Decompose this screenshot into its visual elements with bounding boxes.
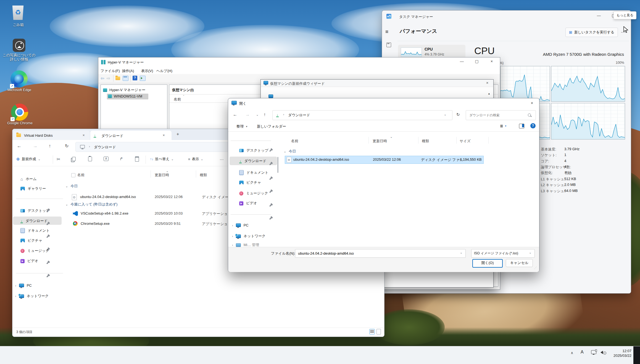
close-button[interactable]: × — [483, 81, 491, 85]
back-icon[interactable]: ⇦ — [101, 76, 104, 81]
view-mode-button[interactable]: ≣ ▼ — [500, 124, 507, 128]
details-view-toggle-icon[interactable] — [369, 329, 375, 334]
sidebar-item-partial[interactable]: › Mi… 管理 — [232, 243, 259, 247]
new-tab-icon[interactable]: + — [177, 132, 179, 137]
forward-icon[interactable]: → — [245, 112, 250, 117]
new-folder-button[interactable]: 新しいフォルダー — [257, 124, 286, 129]
sidebar-item-videos[interactable]: ▶ ビデオ — [20, 259, 38, 263]
edge-desktop-label[interactable]: Microsoft Edge — [2, 88, 36, 92]
run-new-task-button[interactable]: ⊞ 新しいタスクを実行する — [565, 28, 618, 37]
sidebar-item-pictures[interactable]: ピクチャ — [20, 238, 42, 243]
sidebar-item-pc[interactable]: › PC — [232, 223, 249, 227]
show-desktop-edge[interactable] — [633, 346, 640, 364]
sidebar-item-gallery[interactable]: ギャラリー — [20, 186, 46, 191]
vm-window-icon[interactable] — [140, 76, 146, 81]
volume-muted-icon[interactable]: × — [601, 351, 603, 354]
processes-nav-icon[interactable] — [386, 43, 391, 47]
sidebar-item-pc[interactable]: › PC — [15, 283, 32, 287]
up-icon[interactable]: ↑ — [49, 143, 51, 149]
edge-desktop-icon[interactable]: ↗ — [10, 70, 28, 88]
photo-info-icon[interactable] — [13, 39, 25, 52]
filetype-dropdown[interactable]: ISO イメージ ファイル (*.iso) ⌄ — [471, 249, 535, 258]
sidebar-item-videos[interactable]: ▶ ビデオ — [239, 201, 257, 206]
sidebar-item-pictures[interactable]: ピクチャ — [239, 180, 261, 185]
close-button[interactable]: × — [526, 101, 538, 105]
preview-view-toggle-icon[interactable] — [376, 329, 381, 334]
group-header-earlier-this-week[interactable]: ⌄ 今週に入って (昨日は含めず) — [65, 202, 117, 207]
forward-icon[interactable]: ⇨ — [107, 76, 110, 81]
column-modified[interactable]: 更新日時 — [373, 139, 387, 144]
new-item-button[interactable]: ⊕ 新規作成 ⌄ — [16, 157, 41, 162]
minimize-button[interactable]: — — [456, 59, 467, 64]
up-icon[interactable]: ↑ — [264, 112, 266, 117]
scroll-up-icon[interactable]: ▲ — [488, 92, 490, 95]
sort-button[interactable]: ↑↓ 並べ替え ⌄ — [150, 157, 174, 162]
breadcrumb-location[interactable]: ダウンロード — [288, 113, 310, 118]
chrome-desktop-icon[interactable]: ↗ — [11, 104, 28, 121]
hamburger-menu-icon[interactable]: ≡ — [385, 30, 391, 34]
sidebar-item-documents[interactable]: ドキュメント — [239, 170, 268, 175]
refresh-icon[interactable]: ↻ — [65, 143, 69, 149]
refresh-icon[interactable]: ↻ — [456, 112, 460, 117]
cut-icon[interactable]: ✂ — [57, 157, 60, 162]
filename-input[interactable] — [297, 250, 453, 257]
chrome-desktop-label[interactable]: Google Chrome — [3, 121, 37, 125]
search-box[interactable] — [466, 110, 536, 120]
sidebar-item-home[interactable]: ⌂ ホーム — [20, 176, 37, 181]
menu-view[interactable]: 表示(V) — [141, 68, 153, 73]
group-header-today[interactable]: ⌄ 今日 — [65, 184, 78, 189]
chevron-down-icon[interactable]: ⌄ — [444, 113, 446, 116]
sidebar-item-network[interactable]: › ネットワーク — [15, 294, 49, 299]
tab-downloads[interactable]: ↓ ダウンロード × — [90, 131, 172, 140]
group-header-today[interactable]: ⌄ 今日 — [284, 149, 296, 154]
sidebar-item-music[interactable]: ♪ ミュージック — [239, 191, 268, 196]
view-button[interactable]: ≡ 表示 ⌄ — [188, 157, 203, 162]
address-bar[interactable]: › ダウンロード — [75, 142, 231, 152]
column-size[interactable]: サイズ — [460, 139, 471, 144]
address-bar[interactable]: ↓ › ダウンロード ⌄ — [272, 110, 452, 120]
ime-indicator[interactable]: A — [581, 350, 584, 355]
recent-locations-icon[interactable]: ⌄ — [256, 113, 259, 117]
sidebar-item-network[interactable]: › ネットワーク — [232, 234, 265, 239]
sidebar-item-desktop[interactable]: デスクトップ — [20, 208, 50, 213]
tray-chevron-up-icon[interactable]: ∧ — [571, 351, 573, 355]
tree-vm-item[interactable]: WINDOWS11-VM — [108, 94, 142, 98]
select-all-checkbox[interactable] — [71, 173, 75, 177]
share-icon[interactable]: ↱ — [120, 156, 123, 161]
forward-icon[interactable]: → — [33, 143, 38, 149]
column-name[interactable]: 名前 — [77, 173, 85, 178]
menu-action[interactable]: 操作(A) — [122, 68, 134, 73]
preview-pane-icon[interactable] — [519, 124, 524, 128]
close-tab-icon[interactable]: × — [163, 133, 165, 137]
open-button[interactable]: 開く(O) — [472, 259, 503, 268]
photo-info-label[interactable]: この写真についての 詳しい情報 — [2, 53, 36, 61]
sidebar-item-music[interactable]: ♪ ミュージック — [20, 248, 49, 253]
recycle-bin-icon[interactable]: ♻ — [12, 6, 25, 22]
console-window-icon[interactable] — [123, 76, 128, 81]
see-more-tooltip[interactable]: もっと見る — [613, 11, 636, 19]
paste-icon[interactable] — [88, 157, 92, 161]
menu-file[interactable]: ファイル(F) — [101, 68, 120, 73]
menu-help[interactable]: ヘルプ(H) — [156, 68, 172, 73]
column-type[interactable]: 種類 — [200, 173, 207, 178]
selected-file-row[interactable]: ubuntu-24.04.2-desktop-amd64.iso 2025/03… — [285, 156, 484, 164]
sidebar-item-downloads[interactable]: ↓ ダウンロード — [239, 159, 266, 163]
back-icon[interactable]: ← — [17, 143, 22, 149]
filename-field[interactable]: ⌄ — [295, 249, 466, 258]
column-type[interactable]: 種類 — [422, 139, 429, 144]
help-icon[interactable]: ? — [530, 123, 536, 128]
minimize-button[interactable]: — — [593, 13, 605, 18]
column-name[interactable]: 名前 — [174, 97, 181, 102]
close-tab-icon[interactable]: × — [83, 133, 85, 137]
search-input[interactable] — [469, 112, 525, 119]
network-icon[interactable] — [591, 350, 596, 354]
close-button[interactable]: × — [486, 59, 497, 64]
tab-virtual-hard-disks[interactable]: Virtual Hard Disks × — [14, 131, 90, 140]
cancel-button[interactable]: キャンセル — [506, 259, 533, 267]
copy-icon[interactable] — [72, 157, 76, 161]
recycle-bin-label[interactable]: ごみ箱 — [4, 23, 32, 27]
toolbar-more-icon[interactable]: … — [220, 156, 224, 161]
back-icon[interactable]: ← — [233, 112, 237, 117]
help-icon[interactable]: ? — [133, 76, 137, 80]
organize-button[interactable]: 整理 ▼ — [236, 124, 248, 129]
